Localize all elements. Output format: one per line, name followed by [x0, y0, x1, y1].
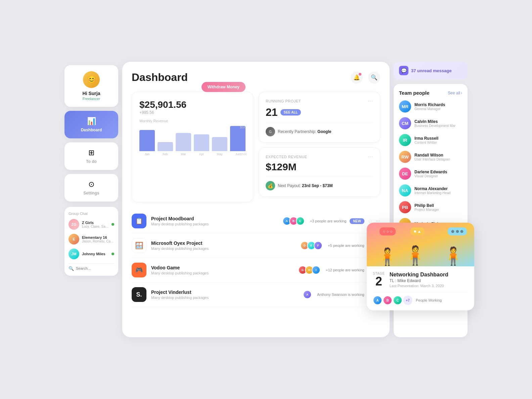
chat-name-zgirls: Z Girls	[82, 221, 109, 225]
revenue-card: $25,901.56 +985.56 Withdraw Money Monthl…	[132, 92, 253, 202]
group-chat-panel: Group Chat ZG Z Girls Lucy, Claire, Sara…	[64, 207, 118, 276]
message-banner[interactable]: 💬 37 unread message	[394, 62, 468, 79]
see-all-link[interactable]: See all ›	[448, 91, 462, 95]
search-input[interactable]	[76, 266, 122, 270]
team-member-morris[interactable]: MR Morris Richards General Manager	[399, 100, 462, 113]
team-member-calvin[interactable]: CM Calvin Miles Business Development Mar	[399, 117, 462, 129]
project-name-vinderlust: Project Vinderlust	[151, 290, 298, 295]
member-role-randall: User Interface Designer	[414, 158, 462, 161]
chat-item-elementary[interactable]: E Elementary 16 Jason, Romelu, Carlos...	[69, 234, 114, 245]
chat-item-zgirls[interactable]: ZG Z Girls Lucy, Claire, Sarah	[69, 219, 114, 230]
member-info-randall: Randall Wilson User Interface Designer	[414, 153, 462, 161]
expected-revenue-card: EXPECTED REVENUE ··· $129M 💰 Next Payout…	[259, 147, 380, 197]
right-panel: 💬 37 unread message Team people See all …	[394, 62, 468, 337]
bar-may: May	[212, 137, 227, 156]
chat-item-johnny[interactable]: JM Johnny Miles	[69, 249, 114, 259]
team-header: Team people See all ›	[399, 90, 462, 96]
popup-illustration: ○ ○ ○ ■ ▲ ⊕ ⊕ ⊕ 🧍 🧍 🧍	[367, 223, 474, 266]
sidebar: 😊 Hi Surja Freelancer 📊 Dashboard ⊞ To d…	[64, 62, 118, 337]
project-name-microsoft: Microsoft Oyex Project	[151, 240, 296, 246]
sidebar-item-dashboard[interactable]: 📊 Dashboard	[64, 111, 118, 138]
member-role-irma: Content Writter	[414, 141, 462, 144]
bar-apr: Apr	[194, 134, 209, 156]
figure-left: 🧍	[377, 247, 398, 266]
project-item-moodboard[interactable]: 📋 Project Moodboard Many desktop publish…	[132, 209, 380, 233]
project-item-vinderlust[interactable]: S. Project Vinderlust Many desktop publi…	[132, 282, 380, 307]
y-label-1k: $1K	[240, 126, 247, 129]
member-role-darlene: Visual Designer	[414, 174, 462, 178]
people-count-moodboard: +3 people are working	[310, 219, 347, 223]
partnership-text: Recently Partnership: Google	[278, 129, 331, 134]
see-all-button[interactable]: SEE ALL	[280, 109, 301, 116]
project-info-microsoft: Microsoft Oyex Project Many desktop publ…	[151, 240, 296, 251]
chat-info-johnny: Johnny Miles	[82, 252, 109, 256]
project-item-microsoft[interactable]: 🪟 Microsoft Oyex Project Many desktop pu…	[132, 233, 380, 258]
person-avatar-v3: I	[312, 266, 320, 274]
member-avatar-morris: MR	[399, 100, 411, 113]
projects-section: 📋 Project Moodboard Many desktop publish…	[132, 209, 380, 307]
popup-date: Last Presentation: March 3, 2020	[390, 284, 468, 288]
search-icon: 🔍	[371, 74, 378, 81]
people-count-vinderlust: Anthony Swanson is working	[317, 293, 364, 297]
notification-button[interactable]: 🔔	[351, 72, 363, 84]
figure-mid: 🧍	[404, 245, 427, 266]
main-content: Dashboard 🔔 🔍 $25,901.56 +985.56	[122, 62, 390, 337]
todo-icon: ⊞	[69, 148, 114, 157]
member-avatar-philip: PB	[399, 201, 411, 213]
chat-info-zgirls: Z Girls Lucy, Claire, Sarah	[82, 221, 109, 228]
search-button[interactable]: 🔍	[368, 72, 380, 84]
project-item-vodoo[interactable]: 🎮 Vodoo Game Many desktop publishing pac…	[132, 258, 380, 282]
expected-amount: $129M	[266, 161, 373, 173]
member-avatar-irma: IR	[399, 134, 411, 146]
team-member-darlene[interactable]: DE Darlene Edwards Visual Designer	[399, 168, 462, 180]
member-role-calvin: Business Development Mar	[414, 124, 462, 128]
member-name-philip: Philip Bell	[414, 203, 462, 208]
chat-avatar-johnny: JM	[69, 249, 79, 259]
sidebar-item-settings[interactable]: ⊙ Settings	[64, 174, 118, 202]
partner-avatar: G	[266, 127, 275, 136]
running-label: RUNNING PROJET	[266, 99, 301, 103]
main-header: Dashboard 🔔 🔍	[132, 71, 380, 84]
revenue-amount: $25,901.56	[139, 99, 186, 110]
settings-label: Settings	[69, 191, 114, 195]
sidebar-item-todo[interactable]: ⊞ To do	[64, 142, 118, 170]
project-name-vodoo: Vodoo Game	[151, 265, 294, 270]
payout-amount: $73M	[322, 183, 332, 188]
bar-feb-label: Feb	[163, 152, 168, 156]
project-desc-microsoft: Many desktop publishing packages	[151, 247, 296, 251]
project-desc-moodboard: Many desktop publishing packages	[151, 222, 278, 226]
expected-more-button[interactable]: ···	[368, 154, 373, 160]
chat-avatar-zgirls: ZG	[69, 219, 79, 230]
project-info-moodboard: Project Moodboard Many desktop publishin…	[151, 216, 278, 226]
bar-chart: Jan Feb Mar Apr	[139, 126, 246, 156]
member-avatar-calvin: CM	[399, 117, 411, 129]
team-member-randall[interactable]: RW Randall Wilson User Interface Designe…	[399, 151, 462, 163]
y-label-500: $500	[240, 152, 247, 156]
payout-icon: 💰	[266, 181, 275, 190]
partnership-brand: Google	[317, 129, 331, 134]
profile-name: Hi Surja	[69, 91, 114, 96]
popup-card: ○ ○ ○ ■ ▲ ⊕ ⊕ ⊕ 🧍 🧍 🧍 STAGE 2 Networking…	[367, 223, 474, 310]
running-more-button[interactable]: ···	[368, 98, 373, 104]
settings-icon: ⊙	[69, 180, 114, 189]
team-member-philip[interactable]: PB Philip Bell Project Manager	[399, 201, 462, 213]
team-member-irma[interactable]: IR Irma Russell Content Writter	[399, 134, 462, 146]
avatar: 😊	[83, 71, 100, 88]
member-role-morris: General Manager	[414, 107, 462, 111]
footer-avatar-1: A	[373, 296, 382, 305]
bar-mar-fill	[176, 133, 191, 151]
message-icon: 💬	[399, 66, 408, 75]
withdraw-button[interactable]: Withdraw Money	[202, 82, 246, 92]
project-info-vinderlust: Project Vinderlust Many desktop publishi…	[151, 290, 298, 300]
people-count-microsoft: +5 people are working	[328, 243, 364, 248]
header-icons: 🔔 🔍	[351, 72, 380, 84]
member-name-irma: Irma Russell	[414, 136, 462, 141]
bar-feb-fill	[158, 142, 173, 151]
team-member-norma[interactable]: NA Norma Alexander Internet Marketing He…	[399, 184, 462, 196]
bar-feb: Feb	[158, 142, 173, 156]
stage-num: 2	[373, 275, 385, 287]
person-avatar-3: C	[296, 217, 305, 225]
speech-bubble-mid: ■ ▲	[410, 227, 425, 235]
project-icon-vodoo: 🎮	[132, 263, 146, 277]
chat-search: 🔍 ⚙	[69, 263, 114, 271]
